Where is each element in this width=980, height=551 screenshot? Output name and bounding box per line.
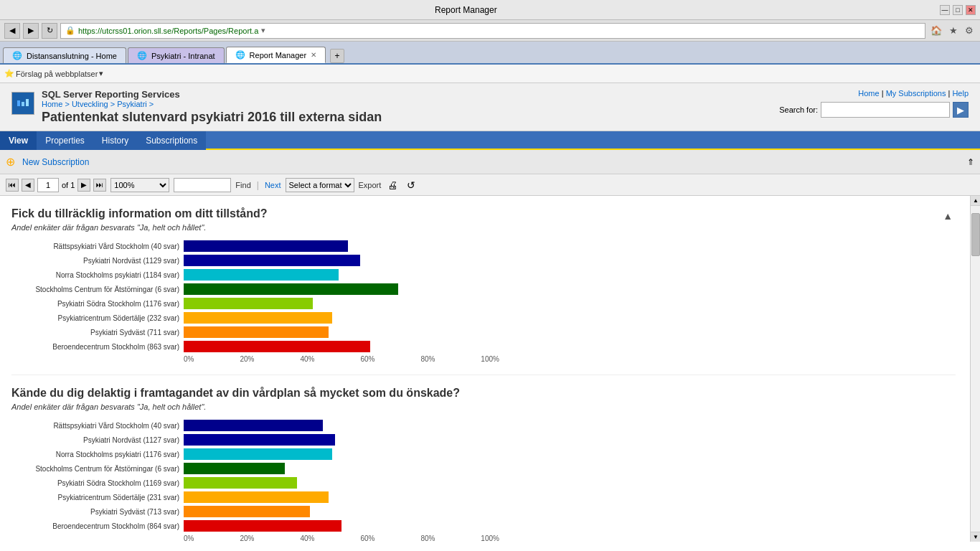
new-subscription-icon: ⊕ <box>6 155 15 169</box>
favorites-button[interactable]: ⭐ Förslag på webbplatser ▾ <box>4 69 103 78</box>
tab-history[interactable]: History <box>93 131 137 150</box>
bar-fill <box>184 463 285 474</box>
tab-view[interactable]: View <box>0 131 37 150</box>
bar-label: Beroendecentrum Stockholm (864 svar) <box>11 522 184 530</box>
page-header: SQL Server Reporting Services Home > Utv… <box>0 83 980 131</box>
browser-tab-psyk[interactable]: 🌐 Psykiatri - Intranat <box>128 47 225 63</box>
search-go-button[interactable]: ▶ <box>953 102 969 118</box>
scroll-thumb[interactable] <box>971 213 980 256</box>
bar-track <box>184 477 499 489</box>
help-link[interactable]: Help <box>952 89 969 98</box>
maximize-button[interactable]: □ <box>953 5 963 15</box>
bar-row: Psykiatri Sydväst (713 svar) <box>11 506 499 517</box>
header-titles: SQL Server Reporting Services Home > Utv… <box>42 89 382 125</box>
page-number-input[interactable] <box>37 178 59 192</box>
print-button[interactable]: 🖨 <box>385 178 400 192</box>
scroll-up-button[interactable]: ▲ <box>971 196 980 206</box>
format-select[interactable]: Select a format XML CSV PDF MHTML Excel … <box>286 178 354 192</box>
chart-1-bars: Rättspsykiatri Vård Stockholm (40 svar)P… <box>11 240 499 352</box>
page-of-label: of 1 <box>62 181 75 189</box>
export-button[interactable]: Export <box>359 181 382 189</box>
scroll-track[interactable] <box>971 206 980 532</box>
breadcrumb-psykiatri[interactable]: Psykiatri <box>117 100 147 108</box>
tab-label-psyk: Psykiatri - Intranat <box>151 52 215 60</box>
bar-track <box>184 520 499 532</box>
tab-close-icon[interactable]: ✕ <box>311 51 316 59</box>
axis-label: 40% <box>300 355 314 363</box>
home-icon[interactable]: 🏠 <box>928 25 944 36</box>
tab-label-distans: Distansanslutning - Home <box>27 52 117 60</box>
zoom-select[interactable]: 100% 50% 75% 125% 150% 200% Page Width W… <box>110 178 169 192</box>
axis-label: 0% <box>184 534 194 542</box>
section-1-subtitle-text: Andel enkäter där frågan besvarats "Ja, … <box>11 223 206 232</box>
bar-row: Psykiatricentrum Södertälje (232 svar) <box>11 312 499 324</box>
bar-row: Beroendecentrum Stockholm (863 svar) <box>11 341 499 352</box>
bar-row: Stockholms Centrum för Ätstörningar (6 s… <box>11 463 499 474</box>
search-input[interactable] <box>821 102 950 118</box>
title-bar-controls[interactable]: — □ ✕ <box>940 5 976 15</box>
bar-fill <box>184 298 313 309</box>
my-subscriptions-link[interactable]: My Subscriptions <box>886 89 946 98</box>
star-icon[interactable]: ★ <box>947 25 960 36</box>
axis-label: 100% <box>481 534 499 542</box>
report-scroll-area[interactable]: Fick du tillräcklig information om ditt … <box>0 196 970 542</box>
bar-track <box>184 298 499 309</box>
section-2-collapse-button[interactable] <box>950 387 956 392</box>
minimize-button[interactable]: — <box>940 5 950 15</box>
section-1-collapse-button[interactable]: ▲ <box>940 207 956 225</box>
back-button[interactable]: ◀ <box>4 23 20 39</box>
bar-track <box>184 448 499 460</box>
bar-track <box>184 312 499 324</box>
next-label[interactable]: Next <box>265 181 281 189</box>
tab-favicon-report: 🌐 <box>235 50 245 60</box>
last-page-button[interactable]: ⏭ <box>93 179 106 192</box>
find-input[interactable] <box>174 178 231 192</box>
axis-label: 20% <box>240 355 254 363</box>
tab-subscriptions[interactable]: Subscriptions <box>137 131 206 150</box>
bar-track <box>184 269 499 281</box>
bar-fill <box>184 420 323 431</box>
axis-label: 100% <box>481 355 499 363</box>
next-page-button[interactable]: ▶ <box>77 179 90 192</box>
browser-tab-report[interactable]: 🌐 Report Manager ✕ <box>226 47 326 63</box>
breadcrumb-utveckling[interactable]: Utveckling <box>72 100 108 108</box>
first-page-button[interactable]: ⏮ <box>6 179 19 192</box>
section-1: Fick du tillräcklig information om ditt … <box>11 207 956 375</box>
close-button[interactable]: ✕ <box>966 5 976 15</box>
bar-label: Rättspsykiatri Vård Stockholm (40 svar) <box>11 422 184 430</box>
tab-properties[interactable]: Properties <box>37 131 93 150</box>
header-links: Home | My Subscriptions | Help <box>858 89 969 98</box>
refresh-report-button[interactable]: ↺ <box>404 178 418 192</box>
scroll-down-button[interactable]: ▼ <box>971 532 980 542</box>
new-subscription-button[interactable]: New Subscription <box>22 157 89 167</box>
tab-favicon-distans: 🌐 <box>12 51 22 60</box>
new-tab-button[interactable]: + <box>330 49 344 63</box>
bar-row: Beroendecentrum Stockholm (864 svar) <box>11 520 499 532</box>
scrollbar[interactable]: ▲ ▼ <box>970 196 980 542</box>
collapse-icon: ⇑ <box>967 157 974 167</box>
gear-icon[interactable]: ⚙ <box>963 25 976 36</box>
refresh-button[interactable]: ↻ <box>42 23 57 39</box>
bar-label: Psykiatri Sydväst (713 svar) <box>11 508 184 516</box>
address-bar[interactable]: 🔒 https://utcrss01.orion.sll.se/Reports/… <box>60 23 925 39</box>
prev-page-button[interactable]: ◀ <box>22 179 34 192</box>
tab-history-label: History <box>102 136 128 146</box>
breadcrumb: Home > Utveckling > Psykiatri > <box>42 100 382 108</box>
tab-label-report: Report Manager <box>250 51 307 60</box>
forward-button[interactable]: ▶ <box>23 23 39 39</box>
bar-track <box>184 463 499 474</box>
bar-label: Beroendecentrum Stockholm (863 svar) <box>11 343 184 351</box>
new-subscription-label: New Subscription <box>22 157 89 167</box>
report-area: Fick du tillräcklig information om ditt … <box>0 196 980 542</box>
toolbar-collapse-button[interactable]: ⇑ <box>967 157 974 167</box>
bar-track <box>184 341 499 352</box>
breadcrumb-home[interactable]: Home <box>42 100 62 108</box>
nav-bar: ◀ ▶ ↻ 🔒 https://utcrss01.orion.sll.se/Re… <box>0 20 980 42</box>
home-link[interactable]: Home <box>858 89 879 98</box>
viewer-toolbar: ⏮ ◀ of 1 ▶ ⏭ 100% 50% 75% 125% 150% 200%… <box>0 174 980 196</box>
bar-track <box>184 326 499 338</box>
bar-row: Psykiatri Sydväst (711 svar) <box>11 326 499 338</box>
axis-label: 60% <box>360 355 374 363</box>
bar-label: Psykiatricentrum Södertälje (232 svar) <box>11 314 184 322</box>
browser-tab-distans[interactable]: 🌐 Distansanslutning - Home <box>3 47 126 63</box>
